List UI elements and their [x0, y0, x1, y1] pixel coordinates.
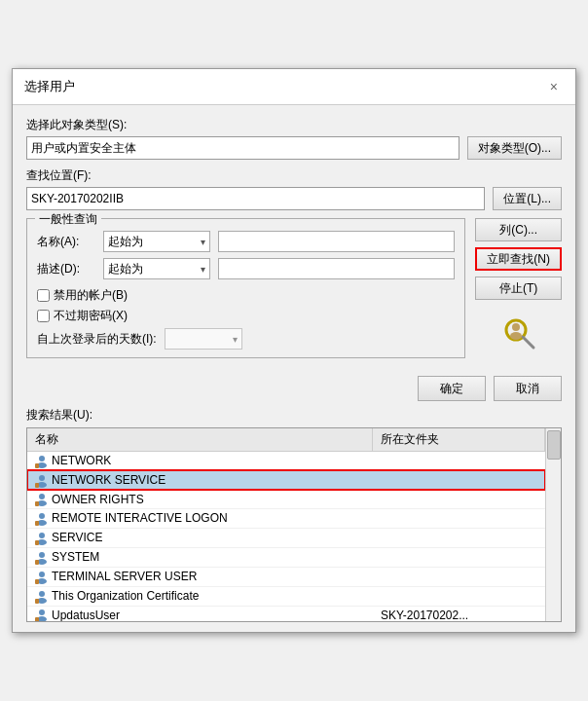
location-input[interactable]	[26, 187, 485, 210]
title-bar: 选择用户 ×	[13, 69, 575, 105]
table-row[interactable]: REMOTE INTERACTIVE LOGON	[27, 509, 545, 529]
query-group: 一般性查询 名称(A): 起始为 ▾ 描述(D): 起始为 ▾	[26, 218, 465, 358]
result-name: NETWORK	[52, 454, 111, 467]
results-table: 名称 所在文件夹 NETWORK NETWORK SERVICE OWNER R…	[27, 428, 545, 621]
col-button[interactable]: 列(C)...	[475, 218, 562, 241]
name-dropdown-arrow: ▾	[201, 237, 205, 247]
result-name: This Organization Certificate	[52, 589, 199, 603]
disabled-checkbox-row: 禁用的帐户(B)	[37, 287, 455, 304]
result-name: SERVICE	[52, 531, 102, 544]
object-type-input[interactable]	[26, 136, 459, 160]
svg-rect-6	[35, 463, 39, 468]
svg-point-10	[39, 494, 45, 499]
result-folder-cell	[373, 509, 545, 529]
table-header-row: 名称 所在文件夹	[27, 428, 545, 452]
svg-point-25	[39, 591, 45, 597]
result-name-cell: OWNER RIGHTS	[27, 490, 373, 509]
svg-rect-18	[35, 540, 39, 545]
disabled-accounts-checkbox[interactable]	[37, 289, 50, 302]
search-icon	[499, 314, 538, 352]
stop-button[interactable]: 停止(T)	[475, 277, 562, 300]
desc-dropdown-value: 起始为	[108, 261, 143, 277]
results-section: 搜索结果(U): 名称 所在文件夹 NETWORK NETWO	[13, 407, 575, 632]
result-name: UpdatusUser	[52, 609, 120, 621]
col-folder-header: 所在文件夹	[373, 428, 545, 452]
result-name-cell: This Organization Certificate	[27, 586, 373, 606]
result-name: NETWORK SERVICE	[52, 473, 165, 487]
days-arrow: ▾	[233, 334, 238, 345]
table-row[interactable]: SYSTEM	[27, 548, 545, 568]
days-row: 自上次登录后的天数(I): ▾	[37, 328, 455, 350]
cancel-button[interactable]: 取消	[494, 376, 562, 401]
svg-rect-27	[35, 599, 39, 604]
result-name: REMOTE INTERACTIVE LOGON	[52, 511, 228, 525]
svg-point-28	[39, 609, 45, 615]
desc-label: 描述(D):	[37, 261, 95, 277]
result-name: TERMINAL SERVER USER	[52, 570, 197, 583]
no-expiry-checkbox[interactable]	[37, 310, 50, 322]
name-label: 名称(A):	[37, 234, 95, 250]
svg-rect-12	[35, 501, 39, 506]
table-row[interactable]: TERMINAL SERVER USER	[27, 567, 545, 586]
table-row[interactable]: SERVICE	[27, 529, 545, 548]
desc-input[interactable]	[218, 258, 455, 279]
table-row[interactable]: NETWORK	[27, 452, 545, 471]
svg-point-19	[39, 552, 45, 558]
dialog-body: 选择此对象类型(S): 对象类型(O)... 查找位置(F): 位置(L)...…	[13, 105, 575, 370]
query-left: 一般性查询 名称(A): 起始为 ▾ 描述(D): 起始为 ▾	[26, 218, 465, 358]
right-buttons: 列(C)... 立即查找(N) 停止(T)	[475, 218, 562, 352]
svg-rect-30	[35, 617, 39, 621]
location-button[interactable]: 位置(L)...	[493, 187, 562, 210]
desc-dropdown[interactable]: 起始为 ▾	[103, 258, 210, 279]
result-name-cell: TERMINAL SERVER USER	[27, 567, 373, 586]
svg-rect-24	[35, 579, 39, 584]
result-folder-cell	[373, 548, 545, 568]
close-button[interactable]: ×	[544, 77, 564, 96]
table-row[interactable]: OWNER RIGHTS	[27, 490, 545, 509]
results-label: 搜索结果(U):	[26, 407, 562, 424]
result-name: SYSTEM	[52, 550, 99, 564]
result-name-cell: NETWORK	[27, 452, 373, 471]
table-row[interactable]: UpdatusUserSKY-20170202...	[27, 606, 545, 621]
svg-point-7	[39, 475, 45, 481]
location-label: 查找位置(F):	[26, 167, 562, 184]
result-name: OWNER RIGHTS	[52, 493, 144, 506]
result-name-cell: REMOTE INTERACTIVE LOGON	[27, 509, 373, 529]
table-row[interactable]: This Organization Certificate	[27, 586, 545, 606]
confirm-button[interactable]: 确定	[418, 376, 486, 401]
svg-point-16	[39, 533, 45, 538]
search-icon-area	[475, 314, 562, 352]
result-folder-cell	[373, 567, 545, 586]
svg-point-22	[39, 572, 45, 577]
days-dropdown[interactable]: ▾	[165, 328, 242, 350]
no-expiry-label: 不过期密码(X)	[54, 308, 128, 324]
name-input[interactable]	[218, 231, 455, 252]
object-type-button[interactable]: 对象类型(O)...	[467, 136, 562, 160]
object-type-label: 选择此对象类型(S):	[26, 117, 562, 133]
name-dropdown[interactable]: 起始为 ▾	[103, 231, 210, 252]
disabled-accounts-label: 禁用的帐户(B)	[54, 287, 128, 304]
result-name-cell: UpdatusUser	[27, 606, 373, 621]
scrollbar[interactable]	[545, 428, 561, 621]
svg-point-2	[512, 323, 520, 331]
results-table-container: 名称 所在文件夹 NETWORK NETWORK SERVICE OWNER R…	[26, 427, 562, 622]
bottom-buttons: 确定 取消	[13, 370, 575, 407]
location-row: 位置(L)...	[26, 187, 562, 210]
table-row[interactable]: NETWORK SERVICE	[27, 470, 545, 490]
query-panel: 一般性查询 名称(A): 起始为 ▾ 描述(D): 起始为 ▾	[26, 218, 562, 358]
search-now-button[interactable]: 立即查找(N)	[475, 247, 562, 271]
query-group-title: 一般性查询	[35, 211, 101, 228]
result-folder-cell	[373, 529, 545, 548]
svg-line-1	[523, 337, 533, 348]
svg-rect-21	[35, 560, 39, 565]
desc-dropdown-arrow: ▾	[201, 264, 205, 275]
result-folder-cell	[373, 452, 545, 471]
svg-point-4	[39, 456, 45, 461]
no-expiry-checkbox-row: 不过期密码(X)	[37, 308, 455, 324]
svg-point-3	[510, 332, 522, 340]
results-table-inner[interactable]: 名称 所在文件夹 NETWORK NETWORK SERVICE OWNER R…	[27, 428, 545, 621]
location-section: 查找位置(F): 位置(L)...	[26, 167, 562, 210]
object-type-section: 选择此对象类型(S): 对象类型(O)...	[26, 117, 562, 160]
result-name-cell: SYSTEM	[27, 548, 373, 568]
dialog-title: 选择用户	[24, 78, 75, 95]
